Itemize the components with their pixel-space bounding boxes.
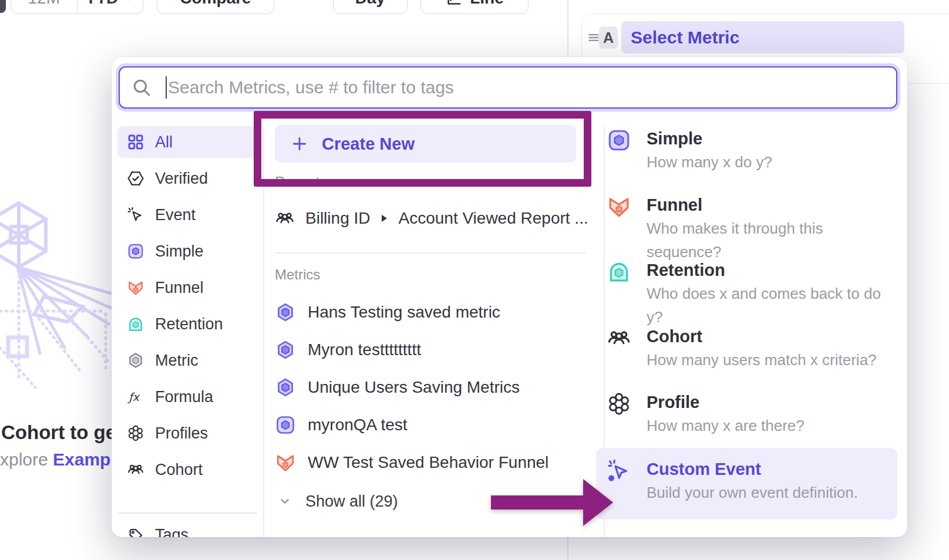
sidebar-item-formula[interactable]: ƒx Formula: [117, 381, 258, 413]
sidebar-item-label: Cohort: [155, 461, 203, 479]
range-12m-label: 12M: [28, 0, 60, 8]
simple-icon: [275, 414, 296, 436]
type-title: Custom Event: [647, 457, 858, 481]
verified-icon: [127, 170, 144, 187]
sidebar-item-verified[interactable]: Verified: [117, 163, 258, 194]
type-title: Simple: [647, 127, 772, 150]
clause-a-label: A: [603, 29, 614, 46]
sidebar-item-funnel[interactable]: Funnel: [117, 272, 258, 303]
sidebar-item-retention[interactable]: Retention: [117, 308, 258, 340]
type-title: Profile: [647, 390, 805, 414]
select-metric-label: Select Metric: [631, 28, 739, 48]
annotation-arrow: [491, 474, 614, 531]
select-metric-button[interactable]: Select Metric: [621, 21, 904, 53]
type-title: Retention: [647, 258, 897, 282]
funnel-icon: [607, 194, 631, 219]
sidebar-item-label: Simple: [155, 242, 204, 261]
drag-handle-icon[interactable]: [587, 31, 600, 44]
metric-hex-icon: [275, 302, 296, 323]
metric-icon: [127, 352, 144, 369]
metric-hex-icon: [275, 339, 296, 360]
explore-prefix: xplore: [0, 450, 53, 469]
funnel-icon: [127, 279, 144, 296]
type-row-retention[interactable]: Retention Who does x and comes back to d…: [596, 254, 897, 315]
sidebar-item-label: Funnel: [155, 279, 204, 297]
type-row-simple[interactable]: Simple How many x do y?: [596, 122, 897, 183]
funnel-icon: [275, 452, 296, 473]
sidebar-item-profiles[interactable]: Profiles: [117, 417, 258, 449]
event-icon: [127, 206, 144, 224]
sidebar-item-metric[interactable]: Metric: [117, 345, 258, 376]
recents-metrics-divider: [275, 252, 586, 254]
recent-item-source: Billing ID: [305, 209, 370, 228]
type-row-custom-event[interactable]: Custom Event Build your own event defini…: [596, 448, 897, 519]
empty-state-title-partial: Cohort to ge: [1, 421, 116, 444]
screen: 12M YTD Compare Day Line A Select Metric: [0, 0, 949, 560]
type-title: Funnel: [647, 193, 897, 217]
formula-icon: ƒx: [127, 388, 144, 406]
search-input[interactable]: [168, 77, 884, 97]
range-ytd-button[interactable]: YTD: [78, 0, 143, 14]
line-chart-type-button[interactable]: Line: [420, 0, 529, 14]
sidebar-item-simple[interactable]: Simple: [117, 235, 258, 267]
profiles-icon: [127, 424, 144, 442]
cut-off-left-control[interactable]: [0, 0, 6, 13]
retention-icon: [607, 259, 631, 284]
sidebar-item-label: All: [155, 133, 173, 151]
metric-list-item[interactable]: Unique Users Saving Metrics: [275, 373, 520, 402]
type-row-funnel[interactable]: Funnel Who makes it through this sequenc…: [596, 188, 897, 249]
sidebar-item-tags-partial[interactable]: Tags: [117, 519, 258, 538]
metric-list-item[interactable]: WW Test Saved Behavior Funnel: [275, 448, 548, 477]
metric-item-name: Myron testtttttttt: [308, 340, 421, 359]
show-all-button[interactable]: Show all (29): [278, 491, 398, 511]
sidebar-item-cohort[interactable]: Cohort: [117, 454, 258, 485]
profiles-icon: [607, 392, 631, 416]
type-title: Cohort: [647, 325, 877, 348]
metric-list-item[interactable]: myronQA test: [275, 410, 408, 440]
grid-icon: [127, 133, 144, 151]
sidebar-item-event[interactable]: Event: [117, 199, 258, 231]
annotation-highlight-rectangle: [254, 111, 591, 187]
svg-text:ƒx: ƒx: [127, 391, 140, 403]
search-icon: [132, 77, 152, 97]
cohort-icon: [607, 326, 631, 350]
metric-item-name: Unique Users Saving Metrics: [308, 378, 520, 397]
type-row-cohort[interactable]: Cohort How many users match x criteria?: [596, 320, 897, 381]
type-desc: How many x are there?: [647, 414, 805, 437]
recent-item-target: Account Viewed Report ...: [398, 209, 588, 228]
sidebar-item-label: Verified: [155, 170, 208, 188]
text-cursor: [166, 76, 167, 99]
day-button[interactable]: Day: [333, 0, 408, 14]
type-desc: How many x do y?: [647, 150, 772, 174]
compare-button[interactable]: Compare: [157, 0, 274, 14]
type-row-profile[interactable]: Profile How many x are there?: [596, 386, 897, 447]
sidebar-item-label: Profiles: [155, 424, 208, 443]
sidebar-item-label: Retention: [155, 315, 223, 333]
cohort-icon: [127, 461, 144, 478]
tag-icon: [127, 527, 144, 538]
metric-item-name: WW Test Saved Behavior Funnel: [308, 453, 548, 472]
chevron-down-icon: [123, 0, 134, 4]
show-all-label: Show all (29): [305, 492, 398, 511]
sidebar-item-label: Formula: [155, 388, 213, 406]
chevron-down-icon: [278, 495, 291, 508]
metric-hex-icon: [275, 377, 296, 398]
retention-icon: [127, 315, 144, 333]
cohort-icon: [275, 208, 295, 228]
sidebar-item-all[interactable]: All: [117, 126, 258, 158]
sidebar-section-divider: [119, 512, 257, 514]
range-12m-button[interactable]: 12M: [11, 0, 78, 14]
type-desc: Build your own event definition.: [647, 481, 858, 504]
breadcrumb-arrow-icon: [381, 214, 388, 223]
sidebar-item-label: Tags: [155, 526, 189, 537]
sidebar-item-label: Event: [155, 206, 196, 224]
recent-item-billing[interactable]: Billing ID Account Viewed Report ...: [275, 205, 588, 232]
compare-label: Compare: [180, 0, 251, 8]
sidebar-divider: [263, 126, 264, 537]
day-label: Day: [355, 0, 385, 8]
line-chart-icon: [445, 0, 463, 7]
metric-list-item[interactable]: Hans Testing saved metric: [275, 298, 500, 327]
metric-list-item[interactable]: Myron testtttttttt: [275, 335, 421, 365]
empty-state-explore-text: xplore Example: [0, 450, 125, 470]
metric-search-box: [119, 66, 897, 109]
